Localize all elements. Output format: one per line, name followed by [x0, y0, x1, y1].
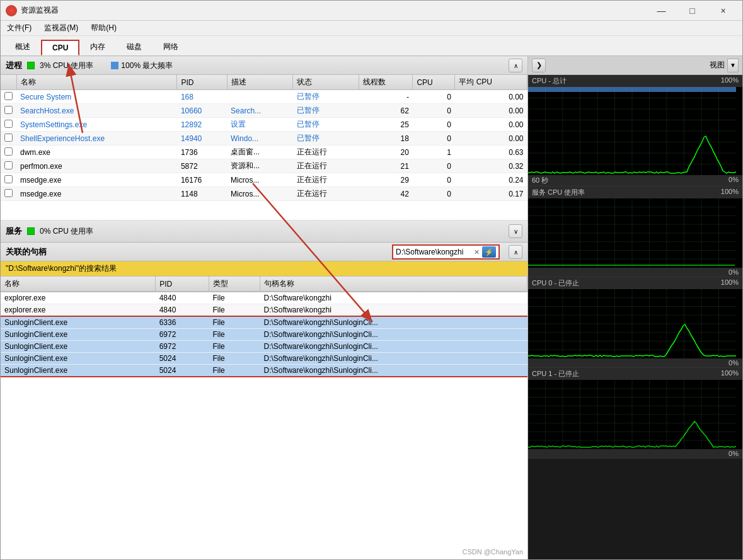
col-checkbox: [1, 75, 16, 90]
table-row[interactable]: explorer.exe 4840 File D:\Software\kongz…: [1, 292, 527, 304]
col-desc[interactable]: 描述: [227, 75, 293, 90]
highlighted-table-row[interactable]: SunloginClient.exe 6972 File D:\Software…: [1, 329, 527, 341]
table-row[interactable]: perfmon.exe 5872 资源和... 正在运行 21 0 0.32: [1, 159, 527, 173]
row-avg-cpu: 0.63: [455, 146, 527, 159]
row-avg-cpu: 0.00: [455, 132, 527, 146]
row-pid: 1736: [177, 146, 227, 159]
handle-row-name: SunloginClient.exe: [1, 365, 156, 377]
handle-row-pid: 4840: [156, 292, 209, 304]
close-button[interactable]: ×: [709, 4, 737, 17]
highlighted-table-row[interactable]: SunloginClient.exe 6336 File D:\Software…: [1, 316, 527, 329]
row-status: 已暂停: [293, 104, 359, 118]
tab-memory[interactable]: 内存: [79, 38, 116, 55]
chart-title: CPU 1 - 已停止: [532, 369, 579, 379]
chart-value: 100%: [721, 278, 739, 288]
highlighted-table-row[interactable]: SunloginClient.exe 5024 File D:\Software…: [1, 365, 527, 377]
tab-overview[interactable]: 概述: [4, 38, 41, 55]
search-box[interactable]: ✕ ⚡: [392, 244, 500, 260]
title-bar: 资源监视器 — □ ×: [1, 1, 742, 21]
row-checkbox[interactable]: [1, 90, 16, 104]
services-collapse-button[interactable]: ∨: [509, 224, 522, 238]
chart-label-row: CPU 1 - 已停止 100%: [528, 368, 742, 380]
row-checkbox[interactable]: [1, 173, 16, 187]
search-input[interactable]: [396, 248, 471, 256]
handle-row-name: SunloginClient.exe: [1, 353, 156, 365]
tab-cpu[interactable]: CPU: [41, 40, 79, 55]
tab-disk[interactable]: 磁盘: [116, 38, 153, 55]
row-cpu: 0: [413, 187, 455, 201]
col-pid[interactable]: PID: [177, 75, 227, 90]
handle-collapse-button[interactable]: ∧: [509, 245, 522, 259]
tab-network[interactable]: 网络: [153, 38, 189, 55]
handle-row-handle: D:\Software\kongzhi\SunloginCli...: [260, 316, 527, 329]
services-cpu-indicator: [27, 227, 35, 235]
row-checkbox[interactable]: [1, 118, 16, 132]
row-desc: 资源和...: [227, 159, 293, 173]
chart-title: 服务 CPU 使用率: [532, 188, 585, 197]
handle-row-handle: D:\Software\kongzhi\SunloginCli...: [260, 353, 527, 365]
table-row[interactable]: Secure System 168 已暂停 - 0 0.00: [1, 90, 527, 104]
search-result-banner: "D:\Software\kongzhi"的搜索结果: [1, 261, 527, 277]
search-go-button[interactable]: ⚡: [482, 246, 496, 258]
menu-monitor[interactable]: 监视器(M): [42, 21, 81, 35]
row-status: 正在运行: [293, 173, 359, 187]
nav-back-button[interactable]: ❯: [532, 59, 546, 72]
highlighted-table-row[interactable]: SunloginClient.exe 5024 File D:\Software…: [1, 353, 527, 365]
handle-row-pid: 6336: [156, 316, 209, 329]
handle-row-name: SunloginClient.exe: [1, 341, 156, 353]
window-controls[interactable]: — □ ×: [647, 4, 737, 17]
handle-table-body: explorer.exe 4840 File D:\Software\kongz…: [1, 292, 527, 377]
row-threads: 25: [359, 118, 412, 132]
chart-footer: 0%: [528, 449, 742, 458]
handle-col-handle[interactable]: 句柄名称: [260, 277, 527, 292]
handle-row-type: File: [209, 365, 260, 377]
col-status[interactable]: 状态: [293, 75, 359, 90]
minimize-button[interactable]: —: [647, 4, 676, 17]
table-row[interactable]: msedge.exe 1148 Micros... 正在运行 42 0 0.17: [1, 187, 527, 201]
menu-help[interactable]: 帮助(H): [88, 21, 119, 35]
row-threads: 29: [359, 173, 412, 187]
table-row[interactable]: SearchHost.exe 10660 Search... 已暂停 62 0 …: [1, 104, 527, 118]
maximize-button[interactable]: □: [678, 4, 706, 17]
app-icon: [6, 5, 17, 16]
row-checkbox[interactable]: [1, 132, 16, 146]
table-row[interactable]: dwm.exe 1736 桌面窗... 正在运行 20 1 0.63: [1, 146, 527, 159]
col-name[interactable]: 名称: [16, 75, 177, 90]
row-checkbox[interactable]: [1, 146, 16, 159]
handle-row-type: File: [209, 304, 260, 317]
process-table-header: 名称 PID 描述 状态 线程数 CPU 平均 CPU: [1, 75, 527, 90]
col-avg-cpu[interactable]: 平均 CPU: [455, 75, 527, 90]
row-status: 正在运行: [293, 159, 359, 173]
search-clear-button[interactable]: ✕: [474, 248, 480, 256]
row-desc: Search...: [227, 104, 293, 118]
table-row[interactable]: SystemSettings.exe 12892 设置 已暂停 25 0 0.0…: [1, 118, 527, 132]
handle-row-pid: 5024: [156, 353, 209, 365]
freq-box: [111, 62, 118, 69]
handle-row-type: File: [209, 353, 260, 365]
chart-title: CPU - 总计: [532, 76, 567, 86]
tab-bar: 概述 CPU 内存 磁盘 网络: [1, 36, 742, 56]
handle-col-pid[interactable]: PID: [156, 277, 209, 292]
chart-label-row: CPU - 总计 100%: [528, 75, 742, 87]
chart-footer: 0%: [528, 268, 742, 277]
row-checkbox[interactable]: [1, 104, 16, 118]
table-row[interactable]: msedge.exe 16176 Micros... 正在运行 29 0 0.2…: [1, 173, 527, 187]
row-threads: 20: [359, 146, 412, 159]
col-threads[interactable]: 线程数: [359, 75, 412, 90]
row-checkbox[interactable]: [1, 159, 16, 173]
chart-label-row: CPU 0 - 已停止 100%: [528, 277, 742, 289]
row-checkbox[interactable]: [1, 187, 16, 201]
row-cpu: 0: [413, 104, 455, 118]
max-freq-text: 100% 最大频率: [121, 60, 173, 71]
highlighted-table-row[interactable]: SunloginClient.exe 6972 File D:\Software…: [1, 341, 527, 353]
table-row[interactable]: ShellExperienceHost.exe 14940 Windo... 已…: [1, 132, 527, 146]
table-row[interactable]: explorer.exe 4840 File D:\Software\kongz…: [1, 304, 527, 317]
view-dropdown-button[interactable]: ▼: [727, 59, 739, 72]
col-cpu[interactable]: CPU: [413, 75, 455, 90]
handle-col-name[interactable]: 名称: [1, 277, 156, 292]
process-collapse-button[interactable]: ∧: [509, 59, 522, 72]
handle-col-type[interactable]: 类型: [209, 277, 260, 292]
menu-file[interactable]: 文件(F): [4, 21, 34, 35]
chart-section: CPU 1 - 已停止 100% 0%: [528, 368, 742, 459]
chart-canvas: [528, 380, 742, 449]
